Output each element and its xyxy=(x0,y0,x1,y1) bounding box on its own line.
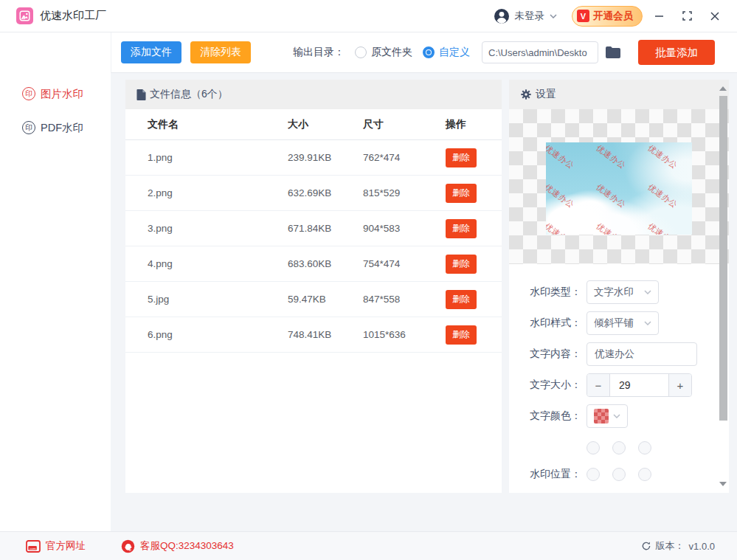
watermark-style-select[interactable]: 倾斜平铺 xyxy=(587,311,659,335)
file-size: 632.69KB xyxy=(288,187,363,198)
minimize-button[interactable] xyxy=(647,5,671,27)
position-option[interactable] xyxy=(638,441,651,454)
svg-text:.com: .com xyxy=(29,546,36,550)
sidebar-item-label: PDF水印 xyxy=(41,121,83,135)
file-size: 239.91KB xyxy=(288,152,363,163)
position-option[interactable] xyxy=(612,468,626,481)
watermark-text: 优速办公 xyxy=(646,221,679,235)
file-name: 5.jpg xyxy=(148,294,288,305)
file-size: 748.41KB xyxy=(288,329,363,340)
delete-button[interactable]: 删除 xyxy=(446,184,477,203)
minimize-icon xyxy=(654,11,664,21)
file-size: 59.47KB xyxy=(288,294,363,305)
app-title: 优速水印工厂 xyxy=(40,9,106,23)
delete-button[interactable]: 删除 xyxy=(446,255,477,274)
watermark-text: 优速办公 xyxy=(646,182,679,210)
user-avatar-icon xyxy=(494,8,510,24)
stamp-icon: 印 xyxy=(22,121,35,134)
text-size-label: 文字大小： xyxy=(530,378,587,392)
position-option[interactable] xyxy=(587,468,600,481)
chevron-down-icon xyxy=(644,290,651,294)
position-option[interactable] xyxy=(587,441,600,454)
watermark-type-select[interactable]: 文字水印 xyxy=(587,280,659,304)
output-dir-label: 输出目录： xyxy=(293,46,345,59)
document-icon xyxy=(136,89,146,100)
table-row: 2.png 632.69KB 815*529 删除 xyxy=(125,176,502,211)
add-file-button[interactable]: 添加文件 xyxy=(121,41,181,63)
size-value[interactable]: 29 xyxy=(610,374,668,396)
maximize-button[interactable] xyxy=(675,5,699,27)
sidebar-item-pdf-watermark[interactable]: 印 PDF水印 xyxy=(0,119,111,136)
output-path-input[interactable] xyxy=(482,41,598,63)
file-panel-title: 文件信息（6个） xyxy=(150,88,228,101)
delete-button[interactable]: 删除 xyxy=(446,148,477,167)
sidebar-item-image-watermark[interactable]: 印 图片水印 xyxy=(0,85,111,103)
browse-folder-button[interactable] xyxy=(606,46,620,58)
watermark-text: 优速办公 xyxy=(546,221,576,235)
delete-button[interactable]: 删除 xyxy=(446,325,477,345)
chevron-down-icon xyxy=(644,321,651,325)
watermark-preview-image: 优速办公优速办公优速办公优速办公优速办公优速办公优速办公优速办公优速办公 xyxy=(546,142,692,235)
file-name: 1.png xyxy=(148,152,288,163)
radio-on-icon xyxy=(423,46,435,58)
maximize-icon xyxy=(682,11,692,21)
folder-icon xyxy=(606,46,620,58)
position-option[interactable] xyxy=(612,441,626,454)
file-dimensions: 815*529 xyxy=(363,187,446,198)
watermark-text: 优速办公 xyxy=(646,142,679,171)
file-table-body: 1.png 239.91KB 762*474 删除 2.png 632.69KB… xyxy=(125,140,502,353)
text-color-select[interactable] xyxy=(587,404,628,428)
size-increase-button[interactable]: + xyxy=(668,374,691,396)
table-row: 4.png 683.60KB 754*474 删除 xyxy=(125,246,502,282)
app-logo-icon xyxy=(16,7,33,24)
customer-service-icon xyxy=(121,539,135,553)
open-vip-button[interactable]: V 开通会员 xyxy=(572,6,643,27)
clear-list-button[interactable]: 清除列表 xyxy=(190,41,251,63)
size-decrease-button[interactable]: − xyxy=(587,374,610,396)
watermark-text: 优速办公 xyxy=(594,142,628,171)
watermark-position-label: 水印位置： xyxy=(530,468,587,481)
statusbar: .com 官方网址 客服QQ:3234303643 版本：v1.0.0 xyxy=(0,531,737,560)
gear-icon xyxy=(520,89,532,100)
customer-service-qq[interactable]: 客服QQ:3234303643 xyxy=(121,539,234,553)
official-website-link[interactable]: .com 官方网址 xyxy=(26,539,86,553)
watermark-style-label: 水印样式： xyxy=(530,317,587,330)
file-name: 6.png xyxy=(148,329,288,340)
close-button[interactable] xyxy=(703,5,727,27)
file-dimensions: 754*474 xyxy=(363,258,446,269)
radio-custom-folder[interactable]: 自定义 xyxy=(423,46,470,59)
file-dimensions: 762*474 xyxy=(363,152,446,163)
sidebar: 印 图片水印 印 PDF水印 xyxy=(0,33,111,531)
transparency-checker: 优速办公优速办公优速办公优速办公优速办公优速办公优速办公优速办公优速办公 xyxy=(509,109,729,264)
text-content-input[interactable] xyxy=(587,342,697,366)
table-row: 1.png 239.91KB 762*474 删除 xyxy=(125,140,502,176)
scroll-up-arrow[interactable] xyxy=(719,86,727,91)
login-menu[interactable]: 未登录 xyxy=(494,8,558,24)
scrollbar-thumb[interactable] xyxy=(719,96,727,421)
batch-add-button[interactable]: 批量添加 xyxy=(638,40,715,65)
scroll-down-arrow[interactable] xyxy=(719,482,727,486)
toolbar: 添加文件 清除列表 输出目录： 原文件夹 自定义 批量添加 xyxy=(111,32,737,73)
close-icon xyxy=(710,12,719,21)
file-panel-header: 文件信息（6个） xyxy=(125,80,502,109)
text-color-label: 文字颜色： xyxy=(530,409,587,423)
login-status: 未登录 xyxy=(515,10,545,23)
settings-panel-header: 设置 xyxy=(509,80,729,109)
stamp-icon: 印 xyxy=(22,87,35,100)
refresh-icon[interactable] xyxy=(641,541,651,551)
file-dimensions: 1015*636 xyxy=(363,329,446,340)
file-name: 2.png xyxy=(148,187,288,198)
delete-button[interactable]: 删除 xyxy=(446,290,477,309)
watermark-text: 优速办公 xyxy=(546,182,576,210)
position-option[interactable] xyxy=(638,468,651,481)
watermark-text: 优速办公 xyxy=(594,182,628,210)
col-size: 大小 xyxy=(288,118,363,131)
table-row: 6.png 748.41KB 1015*636 删除 xyxy=(125,317,502,353)
file-info-panel: 文件信息（6个） 文件名 大小 尺寸 操作 1.png 239.91KB 762… xyxy=(125,80,502,493)
radio-original-folder[interactable]: 原文件夹 xyxy=(355,46,412,59)
version-value: v1.0.0 xyxy=(689,541,715,552)
watermark-text: 优速办公 xyxy=(546,142,576,171)
col-dimensions: 尺寸 xyxy=(363,118,446,131)
delete-button[interactable]: 删除 xyxy=(446,219,477,238)
watermark-layer: 优速办公优速办公优速办公优速办公优速办公优速办公优速办公优速办公优速办公 xyxy=(546,142,692,235)
